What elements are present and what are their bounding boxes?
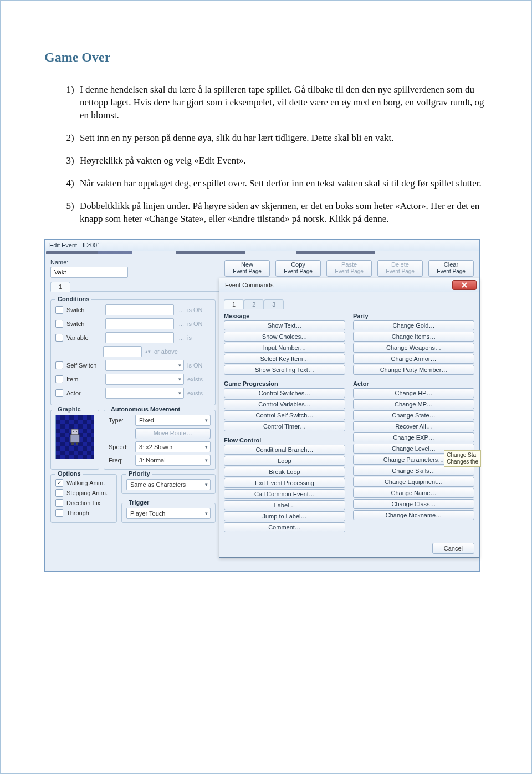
actor-select[interactable]: ▾ xyxy=(105,388,184,399)
control-variables-button[interactable]: Control Variables… xyxy=(224,399,345,409)
switch2-dots: ... xyxy=(177,320,184,327)
show-text-button[interactable]: Show Text… xyxy=(224,320,345,330)
show-scrolling-text-button[interactable]: Show Scrolling Text… xyxy=(224,365,345,375)
show-choices-button[interactable]: Show Choices… xyxy=(224,332,345,342)
loop-button[interactable]: Loop xyxy=(224,456,345,466)
change-party-member-button[interactable]: Change Party Member… xyxy=(353,365,474,375)
jump-to-label-button[interactable]: Jump to Label… xyxy=(224,511,345,521)
change-state-button[interactable]: Change State… xyxy=(353,410,474,420)
item-checkbox[interactable] xyxy=(55,375,63,383)
btn-line1: Paste xyxy=(341,262,357,268)
ev-tab-2[interactable]: 2 xyxy=(244,299,264,309)
movement-legend: Autonomous Movement xyxy=(109,406,182,413)
type-value: Fixed xyxy=(139,417,154,424)
control-switches-button[interactable]: Control Switches… xyxy=(224,388,345,398)
clear-event-page-button[interactable]: Clear Event Page xyxy=(428,260,474,277)
step-2: Sett inn en ny person på denne øya, slik… xyxy=(76,132,488,145)
variable-field[interactable] xyxy=(105,332,174,343)
control-self-switch-button[interactable]: Control Self Switch… xyxy=(224,410,345,420)
variable-checkbox[interactable] xyxy=(55,334,63,342)
select-key-item-button[interactable]: Select Key Item… xyxy=(224,354,345,364)
options-legend: Options xyxy=(55,470,83,477)
event-name-input[interactable] xyxy=(50,267,128,278)
graphic-preview[interactable] xyxy=(55,415,94,459)
switch1-field[interactable] xyxy=(105,304,174,315)
freq-select[interactable]: 3: Normal ▾ xyxy=(135,455,211,466)
cancel-button[interactable]: Cancel xyxy=(432,543,474,554)
ev-tab-1[interactable]: 1 xyxy=(224,299,244,309)
walking-anim-checkbox[interactable] xyxy=(55,479,63,487)
priority-select[interactable]: Same as Characters ▾ xyxy=(126,479,211,490)
btn-line2: Event Page xyxy=(335,268,364,274)
change-class-button[interactable]: Change Class… xyxy=(353,499,474,509)
change-equipment-button[interactable]: Change Equipment… xyxy=(353,477,474,487)
flow-control-section: Flow Control Conditional Branch… Loop Br… xyxy=(224,437,345,533)
stepping-anim-label: Stepping Anim. xyxy=(66,490,108,496)
label-button[interactable]: Label… xyxy=(224,500,345,510)
variable-value-field[interactable] xyxy=(103,346,142,357)
selfswitch-select[interactable]: ▾ xyxy=(105,360,184,371)
trigger-legend: Trigger xyxy=(126,499,151,506)
flow-label: Flow Control xyxy=(224,437,345,444)
svg-rect-3 xyxy=(76,442,78,445)
actor-checkbox[interactable] xyxy=(55,389,63,397)
conditional-branch-button[interactable]: Conditional Branch… xyxy=(224,445,345,455)
item-suffix: exists xyxy=(187,376,211,383)
comment-button[interactable]: Comment… xyxy=(224,522,345,532)
chevron-down-icon: ▾ xyxy=(205,457,208,463)
break-loop-button[interactable]: Break Loop xyxy=(224,467,345,477)
actor-suffix: exists xyxy=(187,390,211,396)
priority-group: Priority Same as Characters ▾ xyxy=(121,474,216,494)
switch2-checkbox[interactable] xyxy=(55,320,63,328)
through-checkbox[interactable] xyxy=(55,509,63,517)
spinner-icon[interactable]: ▴▾ xyxy=(145,349,151,354)
btn-line1: Copy xyxy=(291,262,305,268)
change-weapons-button[interactable]: Change Weapons… xyxy=(353,343,474,353)
close-button[interactable] xyxy=(452,280,477,290)
recover-all-button[interactable]: Recover All… xyxy=(353,421,474,431)
stepping-anim-checkbox[interactable] xyxy=(55,489,63,497)
change-armor-button[interactable]: Change Armor… xyxy=(353,354,474,364)
item-select[interactable]: ▾ xyxy=(105,374,184,385)
change-mp-button[interactable]: Change MP… xyxy=(353,399,474,409)
ev-tab-3[interactable]: 3 xyxy=(264,299,284,309)
svg-rect-1 xyxy=(70,435,79,442)
tab-page-1[interactable]: 1 xyxy=(50,282,70,292)
switch2-field[interactable] xyxy=(105,318,174,329)
change-gold-button[interactable]: Change Gold… xyxy=(353,320,474,330)
direction-fix-checkbox[interactable] xyxy=(55,499,63,507)
switch1-dots: ... xyxy=(177,307,184,313)
btn-line1: Delete xyxy=(391,262,409,268)
event-commands-window: Event Commands 1 2 3 xyxy=(219,278,479,558)
change-nickname-button[interactable]: Change Nickname… xyxy=(353,510,474,520)
speed-select[interactable]: 3: x2 Slower ▾ xyxy=(135,441,211,452)
delete-event-page-button[interactable]: Delete Event Page xyxy=(377,260,423,277)
btn-line1: Clear xyxy=(444,262,458,268)
call-common-event-button[interactable]: Call Common Event… xyxy=(224,489,345,499)
trigger-select[interactable]: Player Touch ▾ xyxy=(126,508,211,519)
move-route-button[interactable]: Move Route… xyxy=(135,428,211,439)
selfswitch-label: Self Switch xyxy=(66,362,102,369)
exit-event-processing-button[interactable]: Exit Event Processing xyxy=(224,478,345,488)
conditions-group: Conditions Switch ... is ON Switch xyxy=(50,299,216,405)
change-hp-button[interactable]: Change HP… xyxy=(353,388,474,398)
message-label: Message xyxy=(224,313,345,319)
input-number-button[interactable]: Input Number… xyxy=(224,343,345,353)
movement-type-select[interactable]: Fixed ▾ xyxy=(135,415,211,426)
change-items-button[interactable]: Change Items… xyxy=(353,332,474,342)
change-exp-button[interactable]: Change EXP… xyxy=(353,432,474,442)
change-name-button[interactable]: Change Name… xyxy=(353,488,474,498)
new-event-page-button[interactable]: New Event Page xyxy=(224,260,270,277)
selfswitch-checkbox[interactable] xyxy=(55,361,63,369)
walking-anim-label: Walking Anim. xyxy=(66,480,105,486)
paste-event-page-button[interactable]: Paste Event Page xyxy=(326,260,372,277)
chevron-down-icon: ▾ xyxy=(205,482,208,487)
step-5: Dobbeltklikk på linjen under. På høyre s… xyxy=(76,200,488,226)
freq-value: 3: Normal xyxy=(139,457,166,464)
control-timer-button[interactable]: Control Timer… xyxy=(224,421,345,431)
chevron-down-icon: ▾ xyxy=(205,417,208,423)
change-skills-button[interactable]: Change Skills… xyxy=(353,466,474,476)
switch1-checkbox[interactable] xyxy=(55,306,63,314)
copy-event-page-button[interactable]: Copy Event Page xyxy=(275,260,321,277)
svg-point-5 xyxy=(76,431,77,432)
